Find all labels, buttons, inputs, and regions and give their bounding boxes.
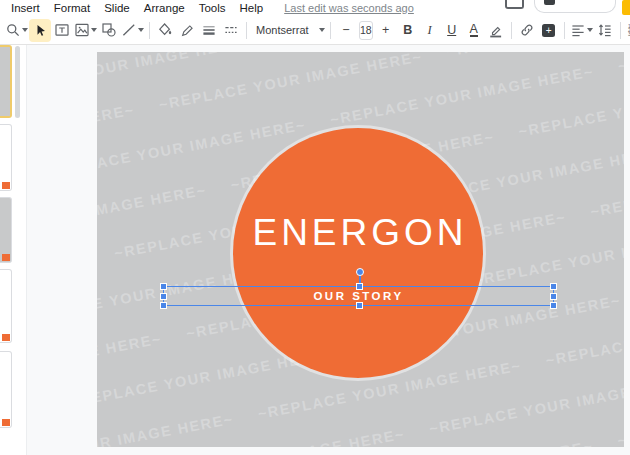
slides-app-window: Insert Format Slide Arrange Tools Help L… — [0, 0, 630, 455]
toolbar: Montserrat − 18 + B I U A — [0, 16, 630, 45]
last-edit-status[interactable]: Last edit was seconds ago — [284, 2, 414, 14]
bold-icon: B — [403, 23, 412, 37]
italic-button[interactable]: I — [419, 19, 441, 42]
slide-thumbnail-selected[interactable] — [0, 45, 12, 118]
chevron-down-icon — [91, 28, 97, 32]
resize-handle-mid-left[interactable] — [160, 293, 167, 300]
resize-handle-bottom-right[interactable] — [550, 302, 557, 309]
toolbar-separator — [511, 22, 512, 39]
resize-handle-top-center[interactable] — [356, 283, 363, 290]
border-weight-button[interactable] — [198, 19, 220, 42]
menubar-right-cluster — [505, 0, 630, 16]
comment-history-icon[interactable] — [505, 0, 524, 9]
highlight-color-button[interactable] — [485, 19, 507, 42]
image-icon — [74, 22, 90, 38]
filmstrip-scrollbar[interactable] — [15, 46, 20, 118]
resize-handle-top-left[interactable] — [160, 283, 167, 290]
chevron-down-icon — [22, 28, 28, 32]
add-comment-button[interactable]: + — [538, 19, 560, 42]
numbered-list-button[interactable]: 1 2 3 — [625, 19, 630, 42]
align-button[interactable] — [569, 19, 594, 42]
menu-insert[interactable]: Insert — [4, 2, 47, 14]
menu-slide[interactable]: Slide — [97, 2, 137, 14]
insert-link-button[interactable] — [516, 19, 538, 42]
text-box-icon — [54, 22, 70, 38]
increase-font-size-button[interactable]: + — [375, 19, 397, 42]
workspace: ~REPLACE YOUR IMAGE HERE~ ~REPLACE YOUR … — [0, 45, 630, 455]
menu-bar: Insert Format Slide Arrange Tools Help L… — [0, 0, 630, 16]
slide-thumbnail[interactable] — [0, 124, 12, 191]
add-comment-icon: + — [542, 24, 555, 37]
highlighter-icon — [488, 23, 503, 38]
plus-icon: + — [382, 23, 389, 37]
chevron-down-icon — [319, 28, 325, 32]
share-button[interactable] — [622, 0, 630, 15]
toolbar-separator — [246, 22, 247, 39]
font-family-select[interactable]: Montserrat — [251, 19, 326, 42]
slide-subtitle[interactable]: OUR STORY — [164, 290, 553, 302]
minus-icon: − — [342, 23, 349, 37]
border-dash-button[interactable] — [220, 19, 242, 42]
numbered-list-icon: 1 2 3 — [626, 22, 630, 38]
font-family-value: Montserrat — [252, 24, 318, 36]
slide-thumbnail[interactable] — [0, 269, 12, 343]
border-color-button[interactable] — [176, 19, 198, 42]
toolbar-separator — [330, 22, 331, 39]
chevron-down-icon — [138, 28, 144, 32]
menu-help[interactable]: Help — [233, 2, 271, 14]
zoom-button[interactable] — [4, 19, 29, 42]
resize-handle-top-right[interactable] — [550, 283, 557, 290]
insert-image-button[interactable] — [73, 19, 98, 42]
energon-circle-shape[interactable]: ENERGON — [233, 128, 483, 378]
menu-arrange[interactable]: Arrange — [137, 2, 192, 14]
fill-color-button[interactable] — [154, 19, 176, 42]
border-weight-icon — [201, 22, 217, 38]
slideshow-icon — [544, 0, 555, 5]
font-size-input[interactable]: 18 — [359, 21, 373, 40]
image-placeholder[interactable]: ~REPLACE YOUR IMAGE HERE~ ~REPLACE YOUR … — [97, 52, 624, 447]
subtitle-textbox-selection[interactable]: OUR STORY — [163, 286, 554, 306]
resize-handle-mid-right[interactable] — [550, 293, 557, 300]
rotation-handle[interactable] — [356, 268, 364, 276]
slideshow-button[interactable] — [534, 0, 616, 13]
bold-button[interactable]: B — [397, 19, 419, 42]
magnifier-icon — [5, 22, 21, 38]
thumbnail-accent-corner — [2, 182, 10, 189]
thumbnail-accent-corner — [2, 334, 10, 341]
thumbnail-accent-corner — [2, 419, 10, 426]
align-icon — [570, 22, 586, 38]
slide-canvas[interactable]: ~REPLACE YOUR IMAGE HERE~ ~REPLACE YOUR … — [27, 45, 630, 455]
shapes-icon — [101, 22, 117, 38]
slide-thumbnail[interactable] — [0, 351, 12, 428]
menu-tools[interactable]: Tools — [192, 2, 233, 14]
text-color-button[interactable]: A — [463, 19, 485, 42]
resize-handle-bottom-center[interactable] — [356, 302, 363, 309]
paint-bucket-icon — [157, 22, 173, 38]
text-box-button[interactable] — [51, 19, 73, 42]
decrease-font-size-button[interactable]: − — [335, 19, 357, 42]
text-color-icon: A — [470, 24, 478, 37]
slide-filmstrip[interactable] — [0, 45, 27, 455]
border-dash-icon — [223, 22, 239, 38]
cursor-arrow-icon — [33, 23, 48, 38]
underline-icon: U — [447, 23, 456, 37]
line-spacing-icon — [597, 22, 613, 38]
toolbar-separator — [564, 22, 565, 39]
toolbar-separator — [149, 22, 150, 39]
chevron-down-icon — [587, 28, 593, 32]
thumbnail-accent-corner — [2, 254, 10, 261]
slide-thumbnail[interactable] — [0, 197, 12, 263]
slide-title[interactable]: ENERGON — [233, 212, 483, 254]
font-size-value: 18 — [360, 24, 372, 36]
link-icon — [519, 22, 535, 38]
pen-icon — [180, 23, 195, 38]
menu-format[interactable]: Format — [47, 2, 97, 14]
insert-line-button[interactable] — [120, 19, 145, 42]
toolbar-separator — [620, 22, 621, 39]
italic-icon: I — [428, 23, 432, 38]
resize-handle-bottom-left[interactable] — [160, 302, 167, 309]
underline-button[interactable]: U — [441, 19, 463, 42]
line-spacing-button[interactable] — [594, 19, 616, 42]
insert-shape-button[interactable] — [98, 19, 120, 42]
select-tool-button[interactable] — [29, 19, 51, 42]
